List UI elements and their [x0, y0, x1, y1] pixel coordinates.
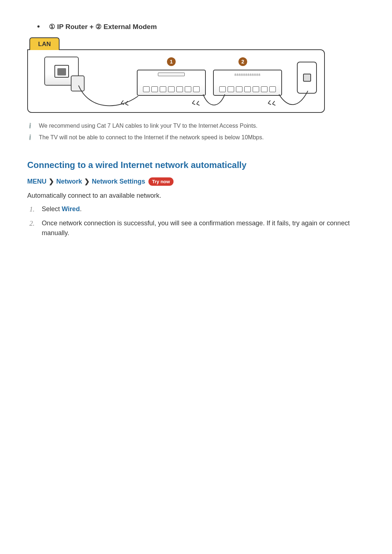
wired-accent: Wired — [62, 205, 80, 213]
lan-tab-label: LAN — [29, 37, 60, 50]
nav-network-settings: Network Settings — [92, 177, 145, 186]
wall-jack-icon — [297, 62, 317, 94]
external-modem-icon: 888888888888 — [213, 70, 282, 96]
note-text: We recommend using Cat 7 LAN cables to l… — [39, 122, 257, 130]
note-item: The TV will not be able to connect to th… — [27, 133, 365, 142]
bullet-dot-icon — [37, 25, 40, 28]
step-item: 2. Once network connection is successful… — [29, 218, 365, 238]
chevron-right-icon: ❯ — [84, 177, 90, 186]
intro-text: Automatically connect to an available ne… — [27, 191, 365, 201]
nav-network: Network — [56, 177, 82, 186]
step-text: Once network connection is successful, y… — [42, 218, 365, 238]
note-item: We recommend using Cat 7 LAN cables to l… — [27, 122, 365, 130]
try-now-badge[interactable]: Try now — [148, 177, 173, 186]
steps-list: 1. Select Wired. 2. Once network connect… — [29, 204, 365, 238]
connection-diagram: LAN 888888888888 1 2 — [27, 37, 325, 113]
section-heading: Connecting to a wired Internet network a… — [27, 159, 365, 172]
lan-plug-icon — [71, 75, 85, 91]
chevron-right-icon: ❯ — [49, 177, 54, 186]
pencil-icon — [26, 122, 34, 130]
nav-menu: MENU — [27, 177, 46, 186]
bullet-item: ① IP Router + ② External Modem — [37, 22, 365, 32]
diagram-frame: 888888888888 1 2 — [27, 49, 325, 113]
step-text: Select Wired. — [42, 204, 82, 215]
menu-path: MENU ❯ Network ❯ Network Settings Try no… — [27, 177, 365, 186]
step-number: 1. — [29, 204, 36, 215]
step-item: 1. Select Wired. — [29, 204, 365, 215]
note-text: The TV will not be able to connect to th… — [39, 133, 264, 142]
step-number: 2. — [29, 218, 36, 238]
ip-router-icon — [137, 70, 206, 96]
bullet-text: ① IP Router + ② External Modem — [49, 22, 157, 32]
number-badge-1: 1 — [167, 57, 176, 66]
number-badge-2: 2 — [238, 57, 247, 66]
pencil-icon — [26, 133, 34, 141]
